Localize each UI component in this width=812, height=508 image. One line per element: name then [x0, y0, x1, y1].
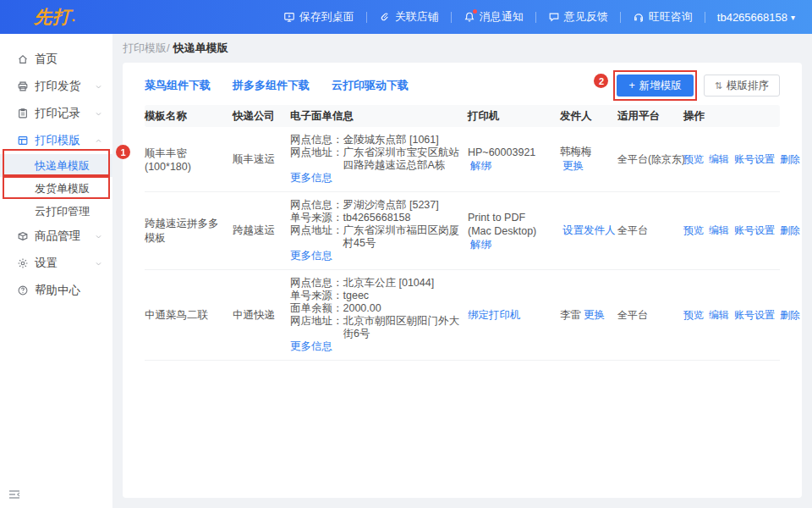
table-row: 顺丰丰密(100*180) 顺丰速运 网点信息：金陵城东点部 [1061] 网点… — [145, 127, 780, 192]
save-to-desktop-label: 保存到桌面 — [299, 9, 354, 25]
waybill-label: 网点信息： — [290, 277, 343, 290]
more-info-link[interactable]: 更多信息 — [290, 340, 332, 352]
sidebar-label-print-templates: 打印模版 — [35, 133, 95, 148]
unbind-printer-link[interactable]: 解绑 — [470, 239, 491, 251]
notifications-button[interactable]: 消息通知 — [452, 9, 535, 25]
sidebar-item-cloud-print[interactable]: 云打印管理 — [0, 200, 112, 223]
add-template-button[interactable]: + 新增模版 — [617, 75, 693, 97]
feedback-icon — [548, 11, 560, 23]
delete-link[interactable]: 删除 — [780, 152, 800, 167]
topbar: 先打 ▪ 保存到桌面 关联店铺 消息通知 — [0, 0, 812, 34]
table-row: 跨越速运拼多多模板 跨越速运 网点信息：罗湖沙湾点部 [5237] 单号来源：t… — [145, 192, 780, 270]
delete-link[interactable]: 删除 — [780, 224, 800, 238]
wangwang-label: 旺旺咨询 — [649, 9, 693, 25]
sort-templates-button[interactable]: ⇅ 模版排序 — [704, 75, 780, 97]
template-icon — [17, 135, 29, 146]
actions-cell: 预览 编辑 账号设置 删除 — [683, 152, 780, 167]
chevron-down-icon — [95, 108, 102, 120]
logo-mark-icon: ▪ — [72, 15, 76, 25]
plus-icon: + — [628, 80, 634, 91]
preview-link[interactable]: 预览 — [683, 308, 704, 323]
sidebar-item-shipping-template[interactable]: 发货单模版 — [0, 177, 112, 200]
set-sender-link[interactable]: 设置发件人 — [562, 224, 616, 236]
preview-link[interactable]: 预览 — [683, 152, 704, 167]
download-links: 菜鸟组件下载 拼多多组件下载 云打印驱动下载 — [145, 78, 409, 93]
sidebar-label-print-ship: 打印发货 — [35, 79, 95, 94]
app-logo[interactable]: 先打 ▪ — [34, 5, 76, 29]
main-content: 打印模版/ 快递单模版 菜鸟组件下载 拼多多组件下载 云打印驱动下载 + 新增模… — [112, 34, 812, 508]
help-icon — [17, 284, 29, 296]
printer-cell: Print to PDF (Mac Desktop)解绑 — [468, 211, 560, 251]
waybill-label: 网点地址： — [290, 224, 343, 250]
link-shop-button[interactable]: 关联店铺 — [367, 9, 451, 25]
printer-name: Print to PDF (Mac Desktop) — [468, 212, 536, 237]
notifications-label: 消息通知 — [480, 9, 524, 25]
topbar-menu: 保存到桌面 关联店铺 消息通知 意见反馈 — [272, 9, 795, 25]
breadcrumb-parent[interactable]: 打印模版/ — [123, 41, 170, 56]
sidebar-item-goods[interactable]: 商品管理 — [0, 223, 112, 250]
change-sender-link[interactable]: 更换 — [562, 160, 584, 172]
col-template-name: 模板名称 — [145, 109, 233, 124]
clipboard-icon — [17, 108, 29, 119]
sidebar-item-print-ship[interactable]: 打印发货 — [0, 73, 112, 100]
sidebar-item-express-template[interactable]: 快递单模版 — [0, 154, 112, 177]
template-name: 跨越速运拼多多模板 — [145, 217, 233, 246]
more-info-link[interactable]: 更多信息 — [290, 172, 332, 184]
sidebar-label-express-template: 快递单模版 — [35, 158, 90, 174]
sender-cell: 李雷更换 — [560, 308, 617, 323]
bind-printer-link[interactable]: 绑定打印机 — [468, 309, 521, 321]
sender-cell: 韩梅梅更换 — [560, 145, 617, 174]
breadcrumb: 打印模版/ 快递单模版 — [123, 34, 802, 63]
sidebar-label-settings: 设置 — [35, 256, 95, 271]
account-settings-link[interactable]: 账号设置 — [734, 308, 775, 323]
save-to-desktop-button[interactable]: 保存到桌面 — [272, 9, 366, 25]
platform-cell: 全平台(除京东) — [617, 152, 683, 167]
chevron-down-icon — [95, 257, 102, 270]
waybill-value: 罗湖沙湾点部 [5237] — [343, 199, 439, 212]
account-settings-link[interactable]: 账号设置 — [734, 152, 775, 167]
waybill-value: 广东省深圳市福田区岗厦村45号 — [343, 224, 460, 250]
edit-link[interactable]: 编辑 — [709, 308, 729, 323]
col-courier: 快递公司 — [233, 109, 290, 124]
waybill-info: 网点信息：北京车公庄 [01044] 单号来源：tgeec 面单余额：2000.… — [290, 270, 468, 360]
edit-link[interactable]: 编辑 — [709, 152, 729, 167]
edit-link[interactable]: 编辑 — [709, 224, 729, 238]
sort-templates-label: 模版排序 — [727, 79, 769, 93]
waybill-value: tb4265668158 — [343, 212, 411, 224]
sidebar-label-goods: 商品管理 — [35, 229, 95, 244]
printer-cell: HP~60003921解绑 — [468, 146, 560, 173]
sidebar-item-print-templates[interactable]: 打印模版 — [0, 127, 112, 154]
account-menu[interactable]: tb4265668158 ▾ — [705, 11, 795, 24]
sidebar-label-home: 首页 — [35, 52, 104, 67]
breadcrumb-current: 快递单模版 — [173, 41, 228, 56]
waybill-value: 广东省深圳市宝安区航站四路跨越速运总部A栋 — [343, 146, 460, 172]
chevron-up-icon — [95, 135, 102, 147]
feedback-button[interactable]: 意见反馈 — [536, 9, 620, 25]
gear-icon — [17, 257, 29, 269]
collapse-sidebar-icon[interactable] — [8, 488, 21, 501]
wangwang-consult-button[interactable]: 旺旺咨询 — [621, 9, 705, 25]
account-settings-link[interactable]: 账号设置 — [734, 224, 775, 238]
change-sender-link[interactable]: 更换 — [584, 309, 605, 321]
actions-cell: 预览 编辑 账号设置 删除 — [683, 308, 780, 323]
sidebar-item-settings[interactable]: 设置 — [0, 250, 112, 277]
feedback-label: 意见反馈 — [564, 9, 608, 25]
sidebar-item-help[interactable]: 帮助中心 — [0, 277, 112, 304]
sidebar-item-print-records[interactable]: 打印记录 — [0, 100, 112, 127]
preview-link[interactable]: 预览 — [683, 224, 704, 238]
courier-name: 中通快递 — [233, 308, 290, 323]
delete-link[interactable]: 删除 — [780, 308, 800, 323]
waybill-label: 单号来源： — [290, 290, 343, 302]
chevron-down-icon — [95, 80, 102, 93]
waybill-label: 面单余额： — [290, 302, 343, 315]
cainiao-component-link[interactable]: 菜鸟组件下载 — [145, 78, 211, 93]
home-icon — [17, 53, 29, 65]
cloud-print-driver-link[interactable]: 云打印驱动下载 — [332, 78, 409, 93]
link-icon — [379, 11, 391, 23]
more-info-link[interactable]: 更多信息 — [290, 250, 332, 262]
unbind-printer-link[interactable]: 解绑 — [470, 160, 491, 172]
sidebar-item-home[interactable]: 首页 — [0, 46, 112, 73]
sort-icon: ⇅ — [715, 80, 722, 91]
pinduoduo-component-link[interactable]: 拼多多组件下载 — [233, 78, 310, 93]
table-row: 中通菜鸟二联 中通快递 网点信息：北京车公庄 [01044] 单号来源：tgee… — [145, 270, 780, 361]
